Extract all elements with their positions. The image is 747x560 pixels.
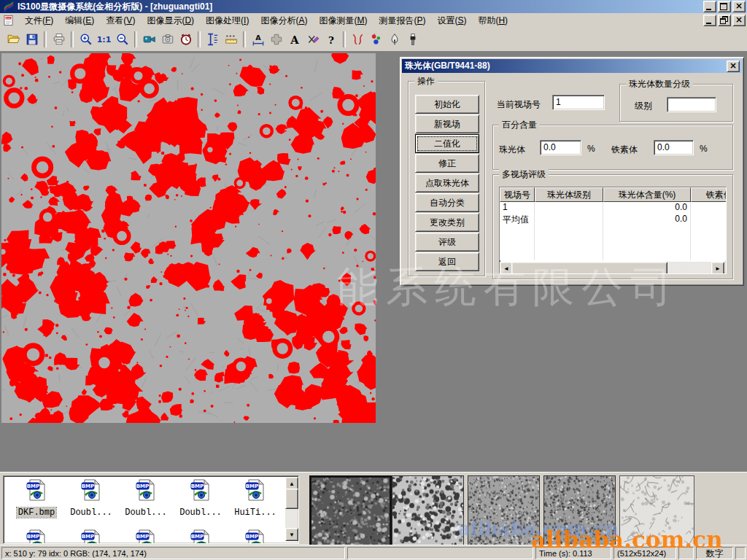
menu-item-3[interactable]: 查看(V) — [100, 13, 141, 28]
table-column-4[interactable]: 铁素体含量(%) — [691, 187, 727, 202]
thumbnail-2[interactable] — [392, 475, 464, 545]
table-column-3[interactable]: 珠光体含量(%) — [603, 187, 691, 202]
pen-icon[interactable] — [385, 31, 403, 48]
child-close-button[interactable] — [732, 15, 746, 26]
op-button-1[interactable]: 初始化 — [415, 95, 479, 114]
menu-item-2[interactable]: 编辑(E) — [59, 13, 100, 28]
menu-item-9[interactable]: 设置(S) — [431, 13, 472, 28]
file-item-1[interactable]: BMPDKF.bmp — [9, 478, 63, 518]
pearlite-percent-input[interactable]: 0.0 — [540, 140, 581, 155]
measure-label-icon[interactable]: A — [249, 31, 267, 48]
menu-bar: DOC 文件(F)编辑(E)查看(V)图像显示(D)图像处理(I)图像分析(A)… — [0, 13, 747, 28]
table-column-1[interactable]: 视场号 — [500, 187, 535, 202]
text-annotation-icon[interactable]: A — [285, 31, 303, 48]
pearlite-label: 珠光体 — [499, 144, 525, 156]
thumbnail-1[interactable] — [309, 475, 392, 548]
metallographic-image-canvas[interactable] — [1, 53, 376, 423]
menu-item-4[interactable]: 图像显示(D) — [141, 13, 200, 28]
dialog-close-button[interactable] — [727, 61, 740, 72]
zoom-out-icon[interactable] — [113, 31, 131, 48]
table-column-2[interactable]: 珠光体级别 — [535, 187, 603, 202]
file-item-row2-4[interactable]: BMP — [174, 529, 228, 544]
ruler-icon[interactable] — [222, 31, 240, 48]
thumbnail-5[interactable] — [619, 475, 694, 545]
current-field-input[interactable]: 1 — [552, 95, 605, 110]
status-empty-panel — [347, 547, 533, 559]
status-image-size: (512x512x24) — [614, 547, 676, 559]
window-minimize-button[interactable] — [703, 1, 716, 12]
save-icon[interactable] — [23, 31, 41, 48]
child-restore-button[interactable] — [718, 15, 731, 26]
thumbnail-4[interactable] — [543, 475, 616, 545]
status-small-panel — [678, 547, 694, 559]
op-button-5[interactable]: 点取珠光体 — [415, 174, 479, 192]
menu-item-7[interactable]: 图像测量(M) — [313, 13, 373, 28]
status-coordinates: x: 510 y: 79 idx: 0 RGB: (174, 174, 174) — [1, 547, 345, 559]
window-title: IS100显微摄像系统(金相分析版) - [zhuguangti01] — [18, 1, 212, 13]
op-button-4[interactable]: 修正 — [415, 154, 479, 173]
operation-group: 操作 初始化新视场二值化修正点取珠光体自动分类更改类别评级返回 — [408, 81, 485, 276]
table-horizontal-scrollbar[interactable] — [500, 262, 724, 273]
brush-icon[interactable] — [403, 31, 422, 48]
window-maximize-button[interactable] — [718, 1, 731, 12]
print-icon[interactable] — [50, 31, 68, 48]
timer-icon[interactable] — [177, 31, 195, 48]
menu-item-1[interactable]: 文件(F) — [19, 13, 59, 28]
file-item-row2-2[interactable]: BMP — [64, 529, 118, 544]
table-cell: 0.0 — [603, 202, 691, 214]
svg-text:BMP: BMP — [246, 534, 258, 540]
document-icon[interactable]: DOC — [3, 15, 15, 26]
toolbar: 1:1AA? — [0, 28, 747, 52]
zoom-in-icon[interactable] — [77, 31, 95, 48]
camera-icon[interactable] — [158, 31, 177, 48]
grid-icon[interactable] — [267, 31, 285, 48]
op-button-7[interactable]: 更改类别 — [415, 213, 479, 232]
file-list[interactable]: BMPBMPBMPBMPBMPBMPHuiTi...BMPDoubl...BMP… — [3, 475, 299, 544]
menu-item-5[interactable]: 图像处理(I) — [200, 13, 255, 28]
table-cell — [535, 202, 603, 214]
menu-item-6[interactable]: 图像分析(A) — [255, 13, 313, 28]
video-capture-icon[interactable] — [140, 31, 158, 48]
op-button-2[interactable]: 新视场 — [415, 114, 479, 133]
edit-marks-icon[interactable] — [303, 31, 322, 48]
help-icon[interactable]: ? — [322, 31, 340, 48]
rating-table-body[interactable]: 10.0平均值0.0 — [500, 202, 726, 260]
grading-group-legend: 珠光体数量分级 — [626, 79, 693, 89]
op-button-8[interactable]: 评级 — [415, 233, 479, 252]
menu-item-8[interactable]: 测量报告(P) — [373, 13, 431, 28]
svg-text:BMP: BMP — [191, 534, 204, 540]
scroll-right-button[interactable] — [711, 262, 724, 274]
scroll-thumb[interactable] — [285, 489, 298, 509]
title-bar: IS100显微摄像系统(金相分析版) - [zhuguangti01] — [0, 0, 747, 13]
file-item-row2-3[interactable]: BMP — [119, 529, 173, 544]
scroll-thumb[interactable] — [511, 262, 667, 274]
file-item-4[interactable]: BMPDoubl... — [174, 478, 228, 518]
actual-size-icon[interactable]: 1:1 — [95, 31, 113, 48]
window-close-button[interactable] — [732, 1, 746, 12]
child-minimize-button[interactable] — [703, 15, 716, 26]
app-icon — [3, 1, 15, 12]
svg-text:A: A — [255, 34, 261, 42]
thumbnail-3[interactable] — [468, 475, 540, 545]
file-item-row2-5[interactable]: BMP — [228, 529, 282, 544]
ferrite-percent-input[interactable]: 0.0 — [654, 140, 694, 155]
menu-item-10[interactable]: 帮助(H) — [472, 13, 514, 28]
op-button-9[interactable]: 返回 — [415, 252, 479, 271]
file-item-3[interactable]: BMPDoubl... — [119, 478, 173, 518]
scroll-down-button[interactable] — [285, 528, 298, 541]
op-button-6[interactable]: 自动分类 — [415, 193, 479, 212]
dialog-title-bar[interactable]: 珠光体(GB/T9441-88) — [402, 59, 742, 73]
open-file-icon[interactable] — [4, 31, 23, 48]
grade-level-input[interactable] — [667, 97, 716, 112]
pearlite-unit: % — [587, 144, 595, 154]
file-item-row2-1[interactable]: BMP — [9, 529, 63, 544]
file-item-5[interactable]: BMPHuiTi... — [228, 478, 282, 518]
particle-classify-icon[interactable] — [367, 31, 385, 48]
spline-curve-icon[interactable] — [349, 31, 367, 48]
svg-text:A: A — [290, 34, 299, 46]
file-list-scrollbar[interactable] — [285, 477, 298, 541]
file-item-2[interactable]: BMPDoubl... — [64, 478, 118, 518]
caliper-icon[interactable] — [204, 31, 222, 48]
grade-level-label: 级别 — [635, 100, 652, 112]
op-button-3[interactable]: 二值化 — [415, 134, 479, 153]
